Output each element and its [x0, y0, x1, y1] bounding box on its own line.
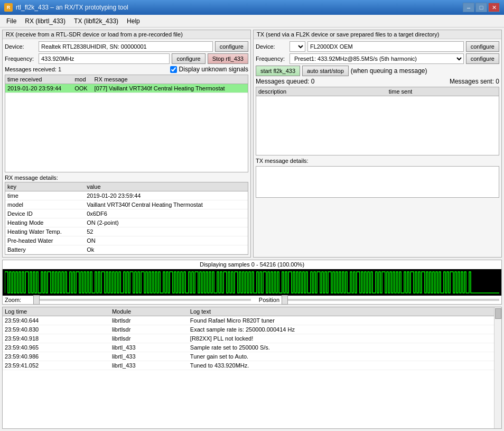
rx-details-row: BatteryOk [5, 245, 248, 254]
rx-messages-count: Messages received: 1 [5, 66, 61, 72]
log-cell-module: librtlsdr [110, 334, 188, 343]
rx-configure2-button[interactable]: configure [172, 53, 205, 64]
close-button[interactable]: ✕ [488, 3, 500, 12]
tx-col-time-sent: time sent [387, 87, 499, 96]
rx-details-col-key: key [5, 182, 85, 191]
log-cell-time: 23:59:40.918 [3, 334, 110, 343]
menu-help[interactable]: Help [123, 15, 144, 27]
tx-panel: TX (send via a FL2K device or save prepa… [253, 30, 502, 258]
tx-content: Device: configure Frequency: Preset1: 43… [254, 39, 501, 200]
rx-details-key: Device ID [5, 209, 85, 218]
rx-panel: RX (receive from a RTL-SDR device or loa… [2, 30, 251, 258]
log-cell-time: 23:59:41.052 [3, 361, 110, 370]
tx-messages-area: description time sent [256, 87, 499, 155]
rx-frequency-input[interactable] [39, 53, 170, 64]
log-cell-time: 23:59:40.830 [3, 325, 110, 334]
menu-bar: File RX (librtl_433) TX (libfl2k_433) He… [0, 15, 504, 27]
tx-device-select[interactable] [290, 41, 305, 52]
log-cell-module: librtl_433 [110, 352, 188, 361]
zoom-slider[interactable] [33, 299, 251, 301]
tx-device-row: Device: configure [256, 41, 499, 52]
tx-device-label: Device: [256, 43, 287, 50]
log-cell-module: librtl_433 [110, 361, 188, 370]
rx-details-row: Heating Water Temp.52 [5, 227, 248, 236]
rx-details-header-row: key value [5, 182, 248, 191]
main-content: RX (receive from a RTL-SDR device or loa… [0, 27, 504, 431]
minimize-button[interactable]: – [463, 3, 474, 12]
log-table: Log time Module Log text 23:59:40.644lib… [3, 307, 494, 370]
rx-cell-mod: OOK [72, 84, 92, 93]
tx-table-header-row: description time sent [256, 87, 499, 96]
rx-details-value: ON [85, 236, 248, 245]
log-col-time: Log time [3, 307, 110, 316]
rx-header: RX (receive from a RTL-SDR device or loa… [3, 30, 250, 39]
rx-details-col-value: value [85, 182, 248, 191]
rx-device-input[interactable] [39, 41, 213, 52]
rx-content: Device: configure Frequency: configure S… [3, 39, 250, 257]
rx-details-section: RX message details: key value time2019-0… [5, 175, 248, 255]
maximize-button[interactable]: □ [475, 3, 487, 12]
log-row: 23:59:40.918librtlsdr[R82XX] PLL not loc… [3, 334, 494, 343]
rx-details-label: RX message details: [5, 175, 248, 181]
signal-display [3, 269, 501, 296]
rx-details-container: key value time2019-01-20 23:59:44modelVa… [5, 182, 248, 255]
menu-tx[interactable]: TX (libfl2k_433) [70, 15, 123, 27]
rx-details-value: 2019-01-20 23:59:44 [85, 191, 248, 200]
window-controls: – □ ✕ [463, 3, 500, 12]
position-slider[interactable] [282, 299, 499, 301]
log-cell-module: librtl_433 [110, 343, 188, 352]
signal-info: Displaying samples 0 - 54216 (100.00%) [3, 260, 501, 269]
zoom-label: Zoom: [5, 297, 31, 303]
log-cell-time: 23:59:40.965 [3, 343, 110, 352]
log-row: 23:59:40.986librtl_433Tuner gain set to … [3, 352, 494, 361]
rx-details-value: 0x6DF6 [85, 209, 248, 218]
tx-device-input[interactable] [307, 41, 464, 52]
tx-messages-queued: Messages queued: 0 [256, 78, 314, 85]
rx-table-row[interactable]: 2019-01-20 23:59:44OOK[077] Vaillant VRT… [5, 84, 248, 93]
log-scrollbar[interactable] [494, 307, 501, 428]
menu-file[interactable]: File [2, 15, 21, 27]
rx-details-key: Heating Mode [5, 218, 85, 227]
log-row: 23:59:40.965librtl_433Sample rate set to… [3, 343, 494, 352]
log-cell-text: [R82XX] PLL not locked! [188, 334, 494, 343]
log-cell-text: Tuner gain set to Auto. [188, 352, 494, 361]
rx-details-table: key value time2019-01-20 23:59:44modelVa… [5, 182, 248, 254]
rx-details-value: 52 [85, 227, 248, 236]
rx-col-message: RX message [92, 75, 248, 84]
tx-details-section: TX message details: [256, 158, 499, 198]
tx-messages-sent: Messages sent: 0 [450, 78, 499, 85]
slider-row: Zoom: Position [3, 296, 501, 304]
rx-configure-button[interactable]: configure [215, 41, 248, 52]
tx-auto-start-button[interactable]: auto start/stop [302, 66, 349, 76]
tx-frequency-select[interactable]: Preset1: 433.92MHz@85.5MS/s (5th harmoni… [290, 53, 464, 64]
rx-details-key: Heating Water Temp. [5, 227, 85, 236]
tx-configure-button[interactable]: configure [466, 41, 499, 52]
log-row: 23:59:40.644librtlsdrFound Rafael Micro … [3, 316, 494, 325]
rx-table-header-row: time received mod RX message [5, 75, 248, 84]
rx-details-value: Vaillant VRT340f Central Heating Thermos… [85, 200, 248, 209]
position-label: Position [253, 297, 279, 303]
rx-col-mod: mod [72, 75, 92, 84]
rx-details-row: Device ID0x6DF6 [5, 209, 248, 218]
rx-table: time received mod RX message 2019-01-20 … [5, 75, 248, 93]
rx-stop-button[interactable]: Stop rtl_433 [208, 53, 248, 64]
rx-details-row: modelVaillant VRT340f Central Heating Th… [5, 200, 248, 209]
log-header-row: Log time Module Log text [3, 307, 494, 316]
tx-frequency-row: Frequency: Preset1: 433.92MHz@85.5MS/s (… [256, 53, 499, 64]
rx-display-unknown-checkbox[interactable] [170, 66, 177, 73]
rx-frequency-label: Frequency: [5, 56, 36, 62]
rx-frequency-row: Frequency: configure Stop rtl_433 [5, 53, 248, 64]
log-table-container[interactable]: Log time Module Log text 23:59:40.644lib… [3, 307, 494, 428]
menu-rx[interactable]: RX (librtl_433) [21, 15, 70, 27]
tx-when-queuing-label: (when queuing a message) [351, 67, 427, 75]
log-cell-text: Sample rate set to 250000 S/s. [188, 343, 494, 352]
log-row: 23:59:41.052librtl_433Tuned to 433.920MH… [3, 361, 494, 370]
tx-start-button[interactable]: start fl2k_433 [256, 66, 300, 76]
log-cell-text: Found Rafael Micro R820T tuner [188, 316, 494, 325]
tx-details-area [256, 166, 499, 198]
tx-configure2-button[interactable]: configure [466, 53, 499, 64]
signal-section: Displaying samples 0 - 54216 (100.00%) Z… [2, 260, 502, 305]
rx-details-row: Heating ModeON (2-point) [5, 218, 248, 227]
log-col-text: Log text [188, 307, 494, 316]
rx-display-unknown-label: Display unknown signals [179, 66, 248, 73]
